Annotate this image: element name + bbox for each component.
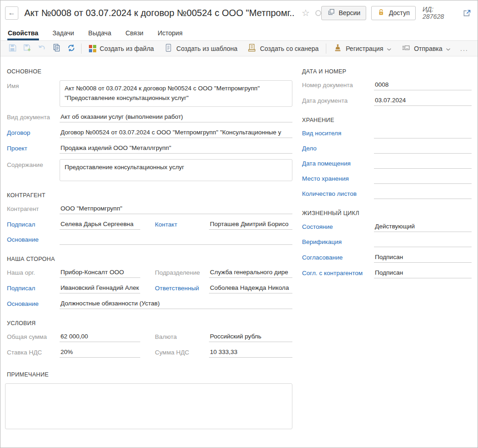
refresh-button[interactable]: [64, 42, 78, 55]
back-button[interactable]: ←: [5, 6, 18, 20]
save-button[interactable]: [5, 42, 20, 55]
storage-place-link-label[interactable]: Место хранения: [302, 175, 374, 184]
contact-field[interactable]: Порташев Дмитрий Борисо: [209, 220, 292, 230]
tab-links[interactable]: Связи: [125, 27, 144, 40]
favorite-star-icon[interactable]: ☆: [302, 7, 310, 18]
contact-link-label[interactable]: Контакт: [155, 221, 209, 230]
our-basis-field[interactable]: Должностные обязанности (Устав): [60, 299, 292, 309]
copy-button[interactable]: [49, 42, 64, 55]
create-from-template-button[interactable]: Создать из шаблона: [159, 42, 242, 55]
doc-kind-label: Вид документа: [7, 114, 60, 122]
subject-label: Содержание: [7, 159, 60, 170]
state-link-label[interactable]: Состояние: [302, 223, 374, 232]
placement-date-field[interactable]: [374, 159, 472, 169]
placement-date-link-label[interactable]: Дата помещения: [302, 160, 374, 169]
case-file-link-label[interactable]: Дело: [302, 145, 374, 154]
status-circle-icon: [315, 10, 321, 16]
cp-signed-by-field[interactable]: Селева Дарья Сергеевна: [60, 220, 140, 230]
storage-place-field[interactable]: [374, 174, 472, 184]
cp-basis-field[interactable]: [60, 235, 292, 245]
total-amount-field[interactable]: 62 000,00: [60, 332, 140, 342]
tab-tasks[interactable]: Задачи: [52, 27, 75, 40]
verification-link-label[interactable]: Верификация: [302, 238, 374, 247]
vat-rate-label: Ставка НДС: [7, 349, 60, 358]
document-id: ИД: 287628: [423, 6, 456, 20]
toolbar-separator: [81, 44, 82, 54]
our-signed-by-field[interactable]: Ивановский Геннадий Алек: [60, 283, 140, 293]
versions-button[interactable]: Версии: [321, 6, 367, 20]
sheet-count-field[interactable]: [374, 189, 472, 199]
page-title: Акт №0008 от 03.07.2024 к договор №00524…: [24, 8, 295, 18]
tab-history[interactable]: История: [157, 27, 183, 40]
medium-type-field[interactable]: [374, 129, 472, 138]
case-file-field[interactable]: [374, 144, 472, 154]
medium-type-link-label[interactable]: Вид носителя: [302, 130, 374, 138]
vat-amount-field[interactable]: 10 333,33: [209, 348, 292, 358]
sending-menu-button[interactable]: Отправка: [396, 42, 456, 55]
name-field[interactable]: Акт №0008 от 03.07.2024 к договор №00524…: [60, 80, 292, 107]
access-label: Доступ: [389, 9, 410, 17]
department-label: Подразделение: [155, 269, 209, 278]
approval-field[interactable]: Подписан: [374, 253, 472, 263]
create-from-scanner-button[interactable]: Создать со сканера: [242, 42, 324, 55]
responsible-link-label[interactable]: Ответственный: [155, 285, 209, 293]
chevron-down-icon: [387, 45, 391, 52]
currency-field[interactable]: Российский рубль: [209, 332, 292, 342]
create-from-template-icon: [164, 44, 173, 54]
our-signed-by-link-label[interactable]: Подписал: [7, 285, 60, 293]
sheet-count-link-label[interactable]: Количество листов: [302, 190, 374, 199]
registration-label: Регистрация: [346, 45, 383, 52]
section-lifecycle: ЖИЗНЕННЫЙ ЦИКЛ: [302, 210, 472, 216]
counterparty-label: Контрагент: [7, 205, 60, 214]
section-date-number: ДАТА И НОМЕР: [302, 68, 472, 75]
verification-field[interactable]: [374, 238, 472, 247]
properties-form: ОСНОВНОЕ Имя Акт №0008 от 03.07.2024 к д…: [0, 56, 478, 429]
our-org-field[interactable]: Прибор-Консалт ООО: [60, 268, 140, 278]
state-field[interactable]: Действующий: [374, 222, 472, 232]
counterparty-field[interactable]: ООО "Метпромгрупп": [60, 204, 292, 214]
open-in-window-icon[interactable]: [462, 8, 472, 18]
form-left-column: ОСНОВНОЕ Имя Акт №0008 от 03.07.2024 к д…: [7, 56, 292, 429]
doc-kind-field[interactable]: Акт об оказании услуг (выполнении работ): [60, 112, 292, 122]
currency-label: Валюта: [155, 333, 209, 342]
cp-basis-link-label[interactable]: Основание: [7, 236, 60, 245]
back-arrow-icon: ←: [8, 9, 16, 17]
create-from-scanner-label: Создать со сканера: [260, 45, 319, 52]
project-field[interactable]: Продажа изделий ООО "Металлгрупп": [60, 144, 292, 154]
doc-date-field[interactable]: 03.07.2024: [374, 96, 472, 106]
contract-field[interactable]: Договор №00524 от 03.07.2024 с ООО "Метп…: [60, 128, 292, 138]
doc-number-field[interactable]: 0008: [374, 80, 472, 90]
section-main: ОСНОВНОЕ: [7, 68, 292, 75]
tab-properties[interactable]: Свойства: [7, 27, 39, 40]
registration-menu-button[interactable]: Регистрация: [329, 42, 396, 55]
versions-icon: [327, 8, 335, 17]
contract-link-label[interactable]: Договор: [7, 129, 60, 138]
cp-signed-by-link-label[interactable]: Подписал: [7, 221, 60, 230]
our-org-label: Наша орг.: [7, 269, 60, 278]
cp-approval-link-label[interactable]: Согл. с контрагентом: [302, 270, 374, 278]
undo-button[interactable]: [34, 42, 49, 55]
sending-label: Отправка: [414, 45, 442, 52]
note-field[interactable]: [5, 383, 292, 429]
department-field[interactable]: Служба генерального дире: [209, 268, 292, 278]
our-basis-link-label[interactable]: Основание: [7, 300, 60, 309]
create-from-file-button[interactable]: Создать из файла: [84, 42, 159, 55]
stamp-icon: [334, 44, 342, 53]
toolbar: Создать из файла Создать из шаблона Созд…: [0, 40, 478, 56]
tab-bar: Свойства Задачи Выдача Связи История: [0, 23, 478, 40]
save-and-new-button[interactable]: [20, 42, 34, 55]
send-icon: [401, 44, 410, 54]
access-button[interactable]: Доступ: [371, 6, 416, 20]
tab-issuance[interactable]: Выдача: [88, 27, 112, 40]
project-link-label[interactable]: Проект: [7, 145, 60, 154]
total-amount-label: Общая сумма: [7, 333, 60, 342]
more-actions-button[interactable]: ...: [456, 45, 473, 52]
subject-field[interactable]: Предоставление консультационных услуг: [60, 159, 292, 181]
create-from-scanner-icon: [247, 44, 256, 54]
cp-approval-field[interactable]: Подписан: [374, 268, 472, 278]
responsible-field[interactable]: Соболева Надежда Никола: [209, 283, 292, 293]
vat-rate-field[interactable]: 20%: [60, 348, 140, 358]
doc-date-label: Дата документа: [302, 97, 374, 106]
create-from-template-label: Создать из шаблона: [176, 45, 237, 52]
approval-link-label[interactable]: Согласование: [302, 254, 374, 263]
